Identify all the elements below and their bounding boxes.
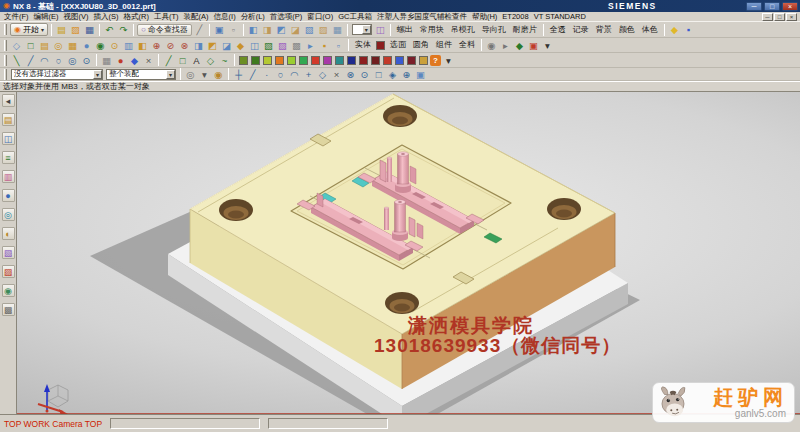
chip-icon[interactable]: ▪ [682,23,695,36]
menu-item-10[interactable]: 首选项(P) [270,12,303,22]
point-on-curve-snap-icon[interactable]: ⊗ [344,68,357,81]
color-swatch-14[interactable] [395,56,404,65]
prism-icon[interactable]: ◆ [128,54,141,67]
arc-snap-icon[interactable]: ◠ [288,68,301,81]
edge-blend-icon[interactable]: ◪ [220,39,233,52]
shaded-edges-view-icon[interactable]: ◨ [261,23,274,36]
measure-icon[interactable]: ◉ [485,39,498,52]
menu-item-16[interactable]: VT STANDARD [534,12,586,22]
datum-plane-icon[interactable]: ◇ [10,39,23,52]
select-face-button[interactable]: 选面 [387,39,409,51]
color-swatch-5[interactable] [287,56,296,65]
menu-item-9[interactable]: 分析(L) [241,12,265,22]
polygon-icon[interactable]: ◇ [204,54,217,67]
save-icon[interactable]: ▦ [83,23,96,36]
point-on-face-snap-icon[interactable]: ⊙ [358,68,371,81]
menu-item-2[interactable]: 编辑(E) [34,12,59,22]
menu-item-15[interactable]: ET2008 [502,12,528,22]
menu-item-13[interactable]: 注塑人异乡国度气辅检查件 [377,12,467,22]
wireframe-view-icon[interactable]: ◩ [275,23,288,36]
lifting-hole-button[interactable]: 吊模孔 [448,24,478,36]
guide-hole-button[interactable]: 导向孔 [479,24,509,36]
sew-icon[interactable]: ▫ [332,39,345,52]
unite-icon[interactable]: ⊕ [150,39,163,52]
point-icon[interactable]: ⊙ [80,54,93,67]
menu-item-5[interactable]: 格式(R) [124,12,149,22]
wear-plate-button[interactable]: 耐磨片 [510,24,540,36]
shaded-view-icon[interactable]: ◧ [247,23,260,36]
draft-icon[interactable]: ◫ [248,39,261,52]
two-point-snap-icon[interactable]: ⊕ [400,68,413,81]
snapshot-icon[interactable]: ▫ [227,23,240,36]
section-view-icon[interactable]: ▨ [317,23,330,36]
color-swatch-11[interactable] [359,56,368,65]
solid-button[interactable]: 实体 [352,39,374,51]
record-button[interactable]: 记录 [570,24,592,36]
studio-view-icon[interactable]: ◪ [289,23,302,36]
maroon-swatch[interactable] [376,41,385,50]
general-selection-icon[interactable]: ▾ [198,68,211,81]
manufacturing-wizard-icon[interactable]: ▨ [2,265,15,278]
close-button[interactable]: × [782,2,798,11]
highlight-icon[interactable]: ◉ [212,68,225,81]
circle-icon[interactable]: ○ [52,54,65,67]
face-analysis-view-icon[interactable]: ▧ [303,23,316,36]
dropdown-arrow-icon[interactable]: ▾ [166,70,175,79]
color-swatch-1[interactable] [239,56,248,65]
profile-icon[interactable]: ╲ [10,54,23,67]
snap-extra-icon[interactable]: ▣ [414,68,427,81]
pattern-icon[interactable]: ◫ [374,23,387,36]
line-icon[interactable]: ╱ [24,54,37,67]
child-minimize-button[interactable]: ─ [762,13,773,21]
color-swatch-13[interactable] [383,56,392,65]
delete-icon[interactable]: × [142,54,155,67]
dropdown-arrow-icon[interactable]: ▾ [93,70,102,79]
grid-snap-icon[interactable]: ▦ [100,54,113,67]
patch-icon[interactable]: ▪ [318,39,331,52]
open-file-icon[interactable]: ▨ [69,23,82,36]
all-stock-button[interactable]: 全料 [456,39,478,51]
diamond-icon[interactable]: ◆ [668,23,681,36]
selection-scope-dropdown[interactable]: 整个装配▾ [106,69,176,80]
tree-icon[interactable]: ◆ [513,39,526,52]
shell-icon[interactable]: ◧ [136,39,149,52]
intersection-snap-icon[interactable]: + [302,68,315,81]
end-point-snap-icon[interactable]: ╱ [246,68,259,81]
fillet-button[interactable]: 圆角 [410,39,432,51]
process-studio-icon[interactable]: ▧ [2,246,15,259]
system-scenes-icon[interactable]: ▩ [2,303,15,316]
sphere-icon[interactable]: ● [114,54,127,67]
resource-bar-collapse-icon[interactable]: ◂ [2,94,15,107]
arc-icon[interactable]: ◠ [38,54,51,67]
menu-item-12[interactable]: GC工具箱 [338,12,372,22]
rib-icon[interactable]: ▥ [122,39,135,52]
move-face-icon[interactable]: ▸ [304,39,317,52]
extrude-icon[interactable]: ▤ [38,39,51,52]
hole-icon[interactable]: ◉ [94,39,107,52]
manikin-icon[interactable]: ▣ [527,39,540,52]
dropdown-arrow-icon[interactable]: ▾ [362,25,371,34]
help-icon[interactable]: ? [430,55,441,66]
spline-icon[interactable]: ~ [218,54,231,67]
revolve-icon[interactable]: ◎ [52,39,65,52]
color-swatch-3[interactable] [263,56,272,65]
color-swatch-4[interactable] [275,56,284,65]
grid-icon[interactable]: ▦ [331,23,344,36]
mid-point-snap-icon[interactable]: ∙ [260,68,273,81]
color-swatch-16[interactable] [419,56,428,65]
start-menu-button[interactable]: ◉开始▾ [10,23,48,36]
roles-icon[interactable]: ◉ [2,284,15,297]
minimize-button[interactable]: ─ [746,2,762,11]
restore-button[interactable]: □ [764,2,780,11]
quadrant-snap-icon[interactable]: ◇ [316,68,329,81]
boss-icon[interactable]: ⊙ [108,39,121,52]
ejector-button[interactable]: 螺出 [394,24,416,36]
overflow-caret-icon[interactable]: ▾ [541,39,554,52]
intersect-icon[interactable]: ⊗ [178,39,191,52]
split-body-icon[interactable]: ◩ [206,39,219,52]
chamfer-icon[interactable]: ◆ [234,39,247,52]
line2-icon[interactable]: ╱ [162,54,175,67]
scale-body-icon[interactable]: ▨ [276,39,289,52]
text-icon[interactable]: A [190,54,203,67]
child-close-button[interactable]: × [786,13,797,21]
